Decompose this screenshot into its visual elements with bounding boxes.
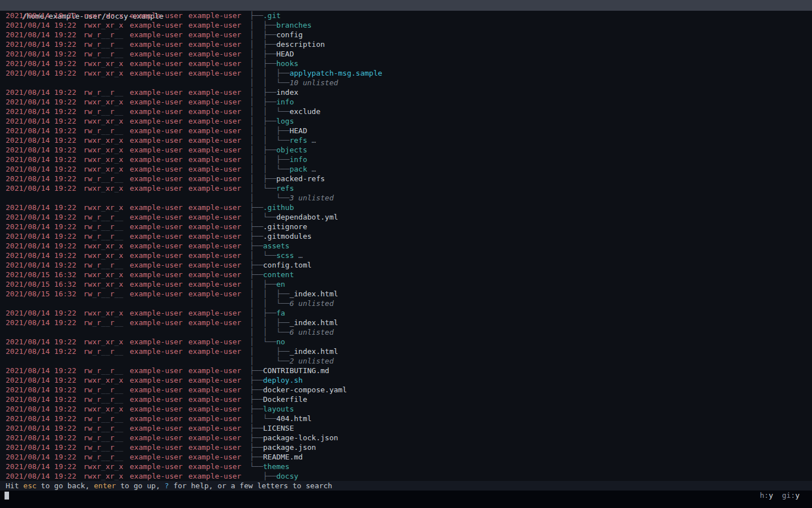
entry-name[interactable]: _index.html (289, 347, 338, 356)
entry-name[interactable]: layouts (263, 405, 294, 413)
tree-row[interactable]: 2021/08/14 19:22 rw_r__r__ example-user … (0, 40, 812, 49)
tree-row[interactable]: 2021/08/14 19:22 rw_r__r__ example-user … (0, 452, 812, 462)
entry-name[interactable]: .github (263, 203, 294, 212)
entry-name[interactable]: exclude (289, 107, 320, 116)
entry-name[interactable]: en (276, 280, 285, 288)
tree-row[interactable]: 2021/08/14 19:22 rwxr_xr_x example-user … (0, 145, 812, 155)
tree-row[interactable]: 2021/08/14 19:22 rwxr_xr_x example-user … (0, 155, 812, 164)
tree-row[interactable]: 2021/08/14 19:22 rw_r__r__ example-user … (0, 443, 812, 452)
entry-name[interactable]: refs (289, 136, 307, 144)
entry-name[interactable]: 6 unlisted (289, 299, 333, 308)
entry-name[interactable]: .gitmodules (263, 232, 311, 240)
entry-name[interactable]: config (276, 30, 303, 39)
tree-row[interactable]: 2021/08/14 19:22 rwxr_xr_x example-user … (0, 116, 812, 126)
tree-row[interactable]: 2021/08/14 19:22 rwxr_xr_x example-user … (0, 164, 812, 174)
tree-row[interactable]: 2021/08/14 19:22 rw_r__r__ example-user … (0, 318, 812, 327)
entry-name[interactable]: refs (276, 184, 294, 192)
entry-name[interactable]: 404.html (276, 414, 312, 423)
entry-name[interactable]: package-lock.json (263, 433, 338, 442)
tree-row[interactable]: 2021/08/14 19:22 rw_r__r__ example-user … (0, 414, 812, 423)
tree-row[interactable]: │ └──2 unlisted (0, 356, 812, 366)
entry-name[interactable]: info (289, 155, 307, 164)
entry-name[interactable]: branches (276, 21, 312, 29)
entry-name[interactable]: description (276, 40, 325, 49)
entry-name[interactable]: package.json (263, 443, 316, 452)
entry-name[interactable]: CONTRIBUTING.md (263, 366, 329, 375)
tree-row[interactable]: │ │ └──10 unlisted (0, 78, 812, 87)
entry-name[interactable]: 3 unlisted (289, 194, 333, 202)
entry-name[interactable]: logs (276, 117, 294, 125)
tree-row[interactable]: 2021/08/14 19:22 rwxr_xr_x example-user … (0, 337, 812, 347)
entry-name[interactable]: scss (276, 251, 294, 260)
entry-name[interactable]: no (276, 338, 285, 346)
tree-row[interactable]: 2021/08/14 19:22 rw_r__r__ example-user … (0, 87, 812, 97)
entry-name[interactable]: _index.html (289, 290, 338, 298)
tree-row[interactable]: 2021/08/14 19:22 rwxr_xr_x example-user … (0, 183, 812, 193)
tree-row[interactable]: 2021/08/14 19:22 rwxr_xr_x example-user … (0, 251, 812, 260)
entry-name[interactable]: content (263, 270, 294, 279)
entry-name[interactable]: LICENSE (263, 424, 294, 432)
tree-row[interactable]: 2021/08/14 19:22 rw_r__r__ example-user … (0, 174, 812, 183)
tree-row[interactable]: 2021/08/14 19:22 rwxr_xr_x example-user … (0, 308, 812, 318)
tree-row[interactable]: 2021/08/14 19:22 rw_r__r__ example-user … (0, 212, 812, 222)
entry-name[interactable]: 2 unlisted (289, 357, 333, 365)
entry-name[interactable]: themes (263, 462, 289, 471)
tree-row[interactable]: 2021/08/14 19:22 rwxr_xr_x example-user … (0, 462, 812, 471)
tree-row[interactable]: 2021/08/14 19:22 rw_r__r__ example-user … (0, 126, 812, 135)
entry-name[interactable]: fa (276, 309, 285, 317)
tree-row[interactable]: 2021/08/14 19:22 rw_r__r__ example-user … (0, 433, 812, 443)
entry-name[interactable]: objects (276, 146, 307, 154)
tree-row[interactable]: 2021/08/14 19:22 rw_r__r__ example-user … (0, 107, 812, 116)
tree-row[interactable]: 2021/08/14 19:22 rwxr_xr_x example-user … (0, 11, 812, 20)
tree-row[interactable]: │ │ └──6 unlisted (0, 327, 812, 337)
tree-row[interactable]: 2021/08/14 19:22 rwxr_xr_x example-user … (0, 241, 812, 251)
entry-name[interactable]: Dockerfile (263, 395, 307, 404)
entry-name[interactable]: index (276, 88, 298, 97)
tree-row[interactable]: 2021/08/14 19:22 rw_r__r__ example-user … (0, 260, 812, 270)
entry-name[interactable]: dependabot.yml (276, 213, 338, 221)
row-group: example-user (188, 183, 250, 193)
tree-row[interactable]: 2021/08/14 19:22 rwxr_xr_x example-user … (0, 68, 812, 78)
entry-name[interactable]: .gitignore (263, 222, 307, 231)
tree-row[interactable]: 2021/08/14 19:22 rwxr_xr_x example-user … (0, 59, 812, 68)
tree-row[interactable]: 2021/08/14 19:22 rw_r__r__ example-user … (0, 49, 812, 59)
tree-row[interactable]: 2021/08/14 19:22 rw_r__r__ example-user … (0, 423, 812, 433)
entry-name[interactable]: HEAD (276, 50, 294, 58)
entry-name[interactable]: docsy (276, 472, 298, 480)
tree-row[interactable]: 2021/08/14 19:22 rwxr_xr_x example-user … (0, 471, 812, 481)
tree-row[interactable]: 2021/08/14 19:22 rw_r__r__ example-user … (0, 30, 812, 40)
tree-row[interactable]: 2021/08/14 19:22 rw_r__r__ example-user … (0, 395, 812, 404)
entry-name[interactable]: docker-compose.yaml (263, 386, 347, 394)
tree-row[interactable]: 2021/08/15 16:32 rw_r__r__ example-user … (0, 289, 812, 299)
tree-row[interactable]: 2021/08/14 19:22 rwxr_xr_x example-user … (0, 203, 812, 212)
entry-name[interactable]: pack (289, 165, 307, 173)
entry-name[interactable]: README.md (263, 453, 302, 461)
tree-row[interactable]: │ │ └──6 unlisted (0, 299, 812, 308)
entry-name[interactable]: config.toml (263, 261, 311, 269)
tree-row[interactable]: 2021/08/14 19:22 rwxr_xr_x example-user … (0, 135, 812, 145)
tree-row[interactable]: 2021/08/15 16:32 rwxr_xr_x example-user … (0, 270, 812, 279)
tree-row[interactable]: 2021/08/14 19:22 rw_r__r__ example-user … (0, 222, 812, 231)
tree-row[interactable]: 2021/08/14 19:22 rwxr_xr_x example-user … (0, 375, 812, 385)
tree-row[interactable]: │ └──3 unlisted (0, 193, 812, 203)
entry-name[interactable]: 6 unlisted (289, 328, 333, 336)
tree-row[interactable]: 2021/08/14 19:22 rw_r__r__ example-user … (0, 347, 812, 356)
entry-name[interactable]: packed-refs (276, 174, 325, 183)
entry-name[interactable]: info (276, 98, 294, 106)
tree-row[interactable]: 2021/08/14 19:22 rw_r__r__ example-user … (0, 231, 812, 241)
entry-name[interactable]: applypatch-msg.sample (289, 69, 382, 77)
tree-row[interactable]: 2021/08/14 19:22 rw_r__r__ example-user … (0, 366, 812, 375)
entry-name[interactable]: HEAD (289, 126, 307, 135)
tree-row[interactable]: 2021/08/14 19:22 rwxr_xr_x example-user … (0, 97, 812, 107)
tree-row[interactable]: 2021/08/15 16:32 rwxr_xr_x example-user … (0, 279, 812, 289)
entry-name[interactable]: _index.html (289, 318, 338, 327)
tree-row[interactable]: 2021/08/14 19:22 rwxr_xr_x example-user … (0, 20, 812, 30)
entry-name[interactable]: hooks (276, 59, 298, 68)
search-input-bar[interactable]: h:y gi:y (0, 491, 812, 508)
entry-name[interactable]: deploy.sh (263, 376, 302, 384)
entry-name[interactable]: assets (263, 242, 289, 250)
tree-row[interactable]: 2021/08/14 19:22 rwxr_xr_x example-user … (0, 404, 812, 414)
tree-row[interactable]: 2021/08/14 19:22 rw_r__r__ example-user … (0, 385, 812, 395)
entry-name[interactable]: 10 unlisted (289, 78, 338, 87)
entry-name[interactable]: .git (263, 11, 280, 20)
